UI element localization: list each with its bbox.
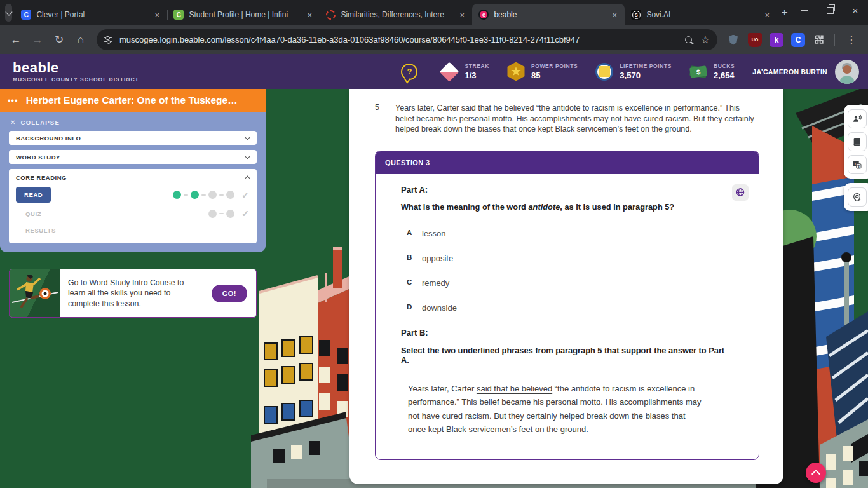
tabs: C Clever | Portal × C Student Profile | … <box>15 0 777 25</box>
part-b-passage: Years later, Carter said that he believe… <box>408 382 705 437</box>
soccer-illustration <box>10 269 60 317</box>
translate-button[interactable]: G文 <box>848 155 867 174</box>
chevron-up-icon <box>811 470 820 478</box>
lesson-menu-icon[interactable]: ••• <box>8 97 18 105</box>
ublock-origin-icon[interactable]: UO <box>748 33 762 47</box>
beable-logo: beable MUSCOGEE COUNTY SCHOOL DISTRICT <box>13 61 139 83</box>
forward-button[interactable]: → <box>28 30 47 50</box>
go-button[interactable]: GO! <box>212 285 247 302</box>
sovi-favicon: S <box>631 10 641 20</box>
streak-icon <box>439 62 459 82</box>
core-reading-card: CORE READING READ <box>9 169 257 243</box>
option-text: lesson <box>422 229 446 238</box>
option-letter: C <box>401 278 414 288</box>
chevron-up-icon <box>245 175 251 182</box>
read-aloud-button[interactable] <box>848 109 867 128</box>
stat-item: STREAK 1/3 <box>439 62 489 82</box>
kami-icon[interactable]: k <box>770 33 783 47</box>
clever-extension-icon[interactable]: C <box>791 33 805 47</box>
back-button[interactable]: ← <box>6 30 25 50</box>
reload-button[interactable]: ↻ <box>50 30 69 50</box>
zoom-icon[interactable] <box>685 36 692 43</box>
infinite-campus-favicon: C <box>173 10 184 20</box>
bookmark-star-icon[interactable]: ☆ <box>701 34 710 46</box>
collapse-button[interactable]: ✕ COLLAPSE <box>10 119 257 126</box>
new-tab-button[interactable]: + <box>781 4 788 21</box>
lesson-title: Herbert Eugene Carter: One of the Tuskeg… <box>26 95 238 106</box>
think-aloud-head-button[interactable] <box>848 187 867 207</box>
tab-title: beable <box>494 10 604 19</box>
tab-close-icon[interactable]: × <box>457 10 467 20</box>
tab-close-icon[interactable]: × <box>304 10 315 20</box>
stats-bar: STREAK 1/3 POWER POINTS 85 LIFETIME <box>439 62 735 82</box>
browser-tab[interactable]: S Sovi.AI × <box>625 4 777 25</box>
check-icon: ✓ <box>241 190 250 200</box>
extensions-puzzle-icon[interactable] <box>813 34 825 46</box>
tab-strip: C Clever | Portal × C Student Profile | … <box>0 0 868 25</box>
browser-tab[interactable]: e beable × <box>472 4 625 25</box>
stat-value: 2,654 <box>714 71 735 80</box>
browser-tab[interactable]: Similarities, Differences, Intere × <box>320 4 472 25</box>
core-reading-header[interactable]: CORE READING <box>16 174 250 181</box>
bucks-icon <box>688 62 709 82</box>
browser-toolbar: ← → ↻ ⌂ muscogee.login.beable.com/lesson… <box>0 25 868 54</box>
lesson-sidebar: ••• Herbert Eugene Carter: One of the Tu… <box>0 89 266 318</box>
passage-segment[interactable]: cured racism <box>442 411 489 421</box>
passage-segment: . But they certainly helped <box>489 411 587 421</box>
tab-close-icon[interactable]: × <box>762 10 772 20</box>
chevron-down-icon <box>245 134 251 140</box>
privacy-shield-icon[interactable] <box>726 33 740 47</box>
quiz-label: QUIZ <box>25 210 41 217</box>
passage-segment[interactable]: became his personal motto <box>501 397 600 407</box>
avatar[interactable] <box>835 60 859 84</box>
stat-item: POWER POINTS 85 <box>506 62 578 82</box>
scroll-to-top-button[interactable] <box>806 463 826 483</box>
vocabulary-word: antidote <box>529 202 560 212</box>
tab-close-icon[interactable]: × <box>152 10 162 20</box>
minimize-icon <box>801 10 808 11</box>
lesson-title-bar: ••• Herbert Eugene Carter: One of the Tu… <box>0 89 266 112</box>
passage-segment[interactable]: break down the biases <box>587 411 669 421</box>
read-button[interactable]: READ <box>16 187 51 203</box>
answer-option[interactable]: A lesson <box>401 229 733 238</box>
accordion-section[interactable]: BACKGROUND INFO <box>9 131 257 145</box>
stat-value: 1/3 <box>465 71 489 80</box>
minimize-button[interactable] <box>792 0 817 20</box>
lifetime-points-icon <box>594 62 614 82</box>
accessibility-toolbar: G文 <box>844 105 868 179</box>
results-step-row: RESULTS <box>16 227 250 234</box>
tab-close-icon[interactable]: × <box>609 10 620 20</box>
dictionary-book-button[interactable] <box>848 132 867 151</box>
page-stage: ••• Herbert Eugene Carter: One of the Tu… <box>0 89 868 488</box>
passage-segment[interactable]: said that he believed <box>477 384 552 393</box>
site-settings-icon[interactable] <box>104 36 113 44</box>
read-step-row: READ ✓ <box>16 187 250 203</box>
translate-globe-button[interactable] <box>732 184 749 201</box>
district-name: MUSCOGEE COUNTY SCHOOL DISTRICT <box>13 77 139 83</box>
part-a-prompt: What is the meaning of the word antidote… <box>401 202 733 212</box>
answer-option[interactable]: D downside <box>401 303 733 313</box>
quiz-step-row: QUIZ ✓ <box>16 208 250 219</box>
browser-tab[interactable]: C Clever | Portal × <box>15 4 167 25</box>
part-a-label: Part A: <box>401 185 733 194</box>
results-label: RESULTS <box>25 227 56 234</box>
browser-tab[interactable]: C Student Profile | Home | Infini × <box>167 4 320 25</box>
word-study-promo-card: Go to Word Study Intro Course to learn a… <box>9 269 257 318</box>
tab-search-button[interactable] <box>5 4 12 22</box>
progress-dot <box>226 191 234 199</box>
address-bar[interactable]: muscogee.login.beable.com/lesson/c4f4aa7… <box>97 29 717 50</box>
home-button[interactable]: ⌂ <box>71 30 90 50</box>
clever-favicon: C <box>21 10 31 20</box>
assistant-toolbar <box>844 183 868 211</box>
help-icon[interactable]: ? <box>401 64 417 80</box>
stat-item: LIFETIME POINTS 3,570 <box>594 62 672 82</box>
browser-window: C Clever | Portal × C Student Profile | … <box>0 0 868 488</box>
restore-button[interactable] <box>817 0 843 20</box>
tab-title: Similarities, Differences, Intere <box>341 10 452 19</box>
answer-option[interactable]: B opposite <box>401 254 733 263</box>
accordion-section[interactable]: WORD STUDY <box>9 150 257 164</box>
close-window-button[interactable]: × <box>843 0 868 20</box>
stat-label: LIFETIME POINTS <box>620 63 672 69</box>
answer-option[interactable]: C remedy <box>401 278 733 288</box>
browser-menu-icon[interactable]: ⋮ <box>841 34 862 46</box>
